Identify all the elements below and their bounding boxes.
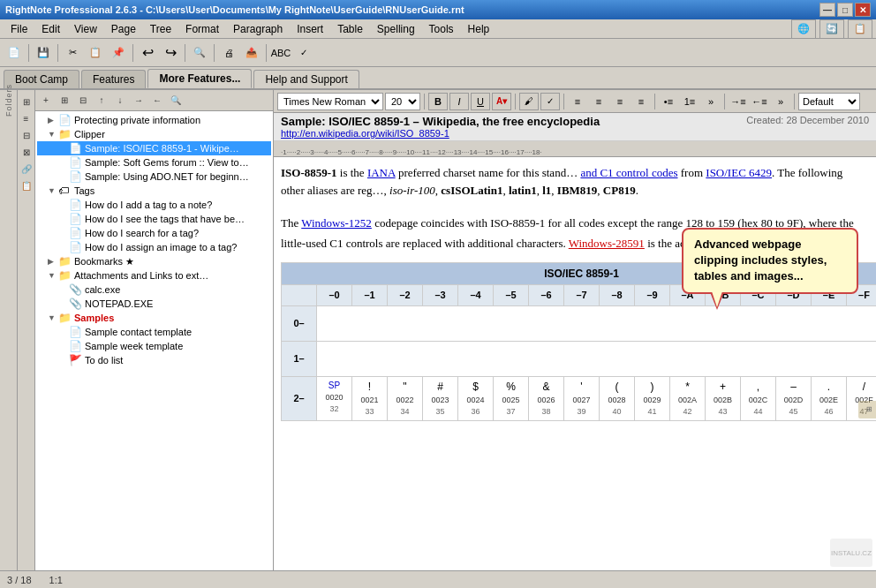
fmt-btn-4[interactable]: ⊠ xyxy=(19,144,34,160)
export-button[interactable]: 📤 xyxy=(241,42,262,64)
tab-features[interactable]: Features xyxy=(81,70,146,88)
tree-move-up-btn[interactable]: ↑ xyxy=(93,92,110,109)
style-select[interactable]: Default xyxy=(798,93,860,110)
tree-item-week[interactable]: 📄 Sample week template xyxy=(37,339,271,353)
page-icon: 📄 xyxy=(69,326,83,338)
bold-button[interactable]: B xyxy=(428,93,448,110)
tree-item-contact[interactable]: 📄 Sample contact template xyxy=(37,325,271,339)
tree-item-samples[interactable]: ▼ 📁 Samples xyxy=(37,311,271,325)
tree-item-ado[interactable]: 📄 Sample: Using ADO.NET for beginn… xyxy=(37,170,271,184)
copy-button[interactable]: 📋 xyxy=(85,42,106,64)
more-button[interactable]: » xyxy=(771,93,790,110)
size-select[interactable]: 20 xyxy=(385,93,420,110)
list-bullet-button[interactable]: •≡ xyxy=(659,93,678,110)
tree-item-protecting[interactable]: ▶ 📄 Protecting private information xyxy=(37,113,271,127)
row-0-cells xyxy=(317,305,877,341)
save-button[interactable]: 💾 xyxy=(33,42,54,64)
menu-edit[interactable]: Edit xyxy=(34,21,67,37)
tree-search-btn[interactable]: 🔍 xyxy=(167,92,185,109)
print-button[interactable]: 🖨 xyxy=(218,42,239,64)
undo-button[interactable]: ↩ xyxy=(137,42,158,64)
tree-add-btn[interactable]: + xyxy=(37,92,55,109)
tree-expand-btn[interactable]: ⊞ xyxy=(56,92,73,109)
fmt-btn-3[interactable]: ⊟ xyxy=(19,127,34,143)
tree-item-soft-gems[interactable]: 📄 Sample: Soft Gems forum :: View to… xyxy=(37,155,271,170)
spell-button[interactable]: ABC xyxy=(270,42,291,64)
menu-view[interactable]: View xyxy=(67,21,104,37)
fmt-btn-1[interactable]: ⊞ xyxy=(19,94,34,109)
fmt-btn-5[interactable]: 🔗 xyxy=(19,161,34,177)
menu-spelling[interactable]: Spelling xyxy=(370,21,422,37)
menu-tree[interactable]: Tree xyxy=(143,21,178,37)
menu-format[interactable]: Format xyxy=(178,21,226,37)
toolbar-icon-1[interactable]: 🌐 xyxy=(791,19,816,39)
toolbar-icon-3[interactable]: 📋 xyxy=(848,19,872,39)
spell2-button[interactable]: ✓ xyxy=(293,42,314,64)
tree-move-down-btn[interactable]: ↓ xyxy=(111,92,129,109)
cell-2d: – 002D 45 xyxy=(776,376,812,420)
menu-help[interactable]: Help xyxy=(461,21,497,37)
highlight-button[interactable]: 🖌 xyxy=(519,93,539,110)
windows-28591-link[interactable]: Windows-28591 xyxy=(569,237,645,250)
toolbar-icon-2[interactable]: 🔄 xyxy=(819,19,844,39)
tree-item-search-tag[interactable]: 📄 How do I search for a tag? xyxy=(37,226,271,240)
menu-file[interactable]: File xyxy=(4,21,34,37)
tree-item-sample-iso[interactable]: 📄 Sample: ISO/IEC 8859-1 - Wikipe… xyxy=(37,141,271,155)
tree-item-see-tags[interactable]: 📄 How do I see the tags that have be… xyxy=(37,212,271,226)
new-button[interactable]: 📄 xyxy=(4,42,25,64)
fmt-btn-2[interactable]: ≡ xyxy=(19,110,34,126)
search-button[interactable]: 🔍 xyxy=(189,42,210,64)
col-header-1: –0 xyxy=(317,285,352,306)
iana-link[interactable]: IANA xyxy=(367,166,396,179)
close-button[interactable]: ✕ xyxy=(855,3,871,17)
spell-inline-button[interactable]: ✓ xyxy=(540,93,560,110)
tree-collapse-btn[interactable]: ⊟ xyxy=(74,92,92,109)
menu-insert[interactable]: Insert xyxy=(290,21,330,37)
toolbar-separator-3 xyxy=(132,44,133,62)
indent-button[interactable]: →≡ xyxy=(729,93,748,110)
menu-tools[interactable]: Tools xyxy=(422,21,461,37)
tree-label: How do I add a tag to a note? xyxy=(85,200,212,210)
tree-item-notepad[interactable]: 📎 NOTEPAD.EXE xyxy=(37,297,271,311)
tree-item-calc[interactable]: 📎 calc.exe xyxy=(37,283,271,297)
cut-button[interactable]: ✂ xyxy=(62,42,83,64)
font-select[interactable]: Times New Roman xyxy=(277,93,383,110)
tree-item-add-tag[interactable]: 📄 How do I add a tag to a note? xyxy=(37,198,271,212)
tree-item-clipper[interactable]: ▼ 📁 Clipper xyxy=(37,127,271,141)
fmt-btn-6[interactable]: 📋 xyxy=(19,177,34,193)
color-button[interactable]: A▾ xyxy=(492,93,511,110)
menu-page[interactable]: Page xyxy=(104,21,143,37)
menu-table[interactable]: Table xyxy=(330,21,370,37)
windows-1252-link[interactable]: Windows-1252 xyxy=(301,216,372,230)
tree-item-attachments[interactable]: ▼ 📁 Attachments and Links to ext… xyxy=(37,268,271,283)
tab-bootcamp[interactable]: Boot Camp xyxy=(4,70,79,88)
align-justify-button[interactable]: ≡ xyxy=(631,93,651,110)
c1-control-link[interactable]: and C1 control codes xyxy=(580,166,677,179)
tree-outdent-btn[interactable]: ← xyxy=(148,92,166,109)
cell-29: ) 0029 41 xyxy=(635,376,670,420)
align-center-button[interactable]: ≡ xyxy=(589,93,608,110)
tab-morefeatures[interactable]: More Features... xyxy=(147,69,252,88)
list-number-button[interactable]: 1≡ xyxy=(680,93,699,110)
menu-paragraph[interactable]: Paragraph xyxy=(226,21,290,37)
redo-button[interactable]: ↪ xyxy=(160,42,181,64)
align-right-button[interactable]: ≡ xyxy=(610,93,630,110)
underline-button[interactable]: U xyxy=(471,93,490,110)
paste-button[interactable]: 📌 xyxy=(108,42,129,64)
maximize-button[interactable]: □ xyxy=(837,3,853,17)
tree-item-bookmarks[interactable]: ▶ 📁 Bookmarks ★ xyxy=(37,254,271,268)
outdent-button[interactable]: ←≡ xyxy=(750,93,769,110)
tree-item-tags[interactable]: ▼ 🏷 Tags xyxy=(37,184,271,198)
ct-sep-1 xyxy=(424,94,425,109)
align-left-button[interactable]: ≡ xyxy=(568,93,587,110)
content-url[interactable]: http://en.wikipedia.org/wiki/ISO_8859-1 xyxy=(281,128,869,139)
tree-item-assign-tag[interactable]: 📄 How do I assign an image to a tag? xyxy=(37,240,271,254)
tab-help[interactable]: Help and Support xyxy=(253,70,359,88)
tree-indent-btn[interactable]: → xyxy=(130,92,147,109)
list-more-button[interactable]: » xyxy=(701,93,721,110)
italic-button[interactable]: I xyxy=(449,93,469,110)
iso-6429-link[interactable]: ISO/IEC 6429 xyxy=(706,166,772,179)
sidebar-icon-1[interactable]: Folders xyxy=(2,94,16,108)
tree-item-todo[interactable]: 🚩 To do list xyxy=(37,353,271,367)
minimize-button[interactable]: — xyxy=(819,3,835,17)
